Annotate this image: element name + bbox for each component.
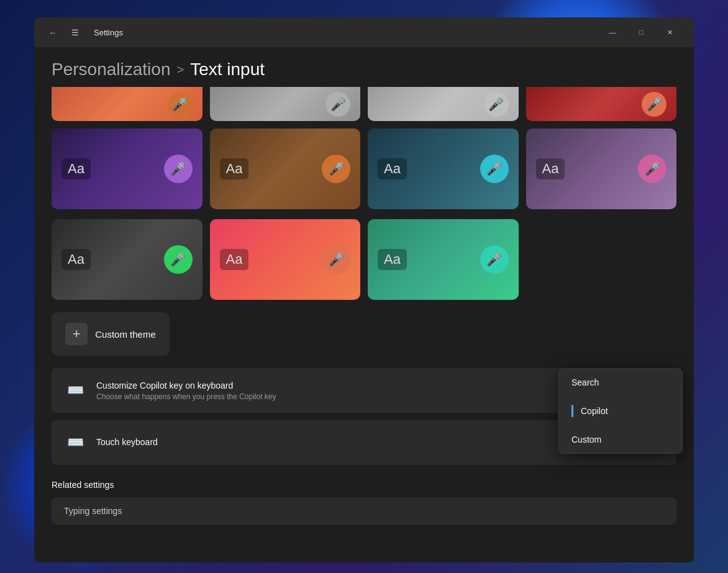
main-content: Personalization > Text input 🎤 🎤 <box>34 47 694 562</box>
copilot-key-section: ⌨️ Customize Copilot key on keyboard Cho… <box>52 368 676 413</box>
close-button[interactable]: ✕ <box>655 22 684 42</box>
theme-card-purple[interactable]: Aa 🎤 <box>52 129 202 209</box>
custom-option-label: Custom <box>571 435 601 444</box>
dropdown-item-search[interactable]: Search <box>559 369 682 396</box>
aa-label-purple: Aa <box>61 158 91 179</box>
breadcrumb-current: Text input <box>190 60 265 79</box>
copilot-dropdown-menu: Search Copilot Custom <box>558 368 683 454</box>
custom-theme-button[interactable]: + Custom theme <box>52 312 170 356</box>
title-bar: ← ☰ Settings — □ ✕ <box>34 17 694 47</box>
custom-theme-label: Custom theme <box>95 329 156 340</box>
mic-icon-tealgreen: 🎤 <box>480 245 509 274</box>
dropdown-item-custom[interactable]: Custom <box>559 426 682 453</box>
mic-icon-teal: 🎤 <box>480 155 509 183</box>
theme-grid-row2: Aa 🎤 Aa 🎤 Aa 🎤 <box>34 129 694 219</box>
theme-card-pinkorange[interactable]: Aa 🎤 <box>210 219 361 300</box>
mic-icon-coral: 🎤 <box>168 92 193 117</box>
mic-icon-gray2: 🎤 <box>484 92 509 117</box>
theme-card-charcoal[interactable]: Aa 🎤 <box>52 219 202 300</box>
minimize-button[interactable]: — <box>598 22 627 42</box>
aa-label-mauve: Aa <box>536 158 565 179</box>
theme-placeholder <box>526 219 677 300</box>
related-settings-title: Related settings <box>52 480 676 490</box>
breadcrumb: Personalization > Text input <box>34 47 694 87</box>
selected-indicator <box>571 405 573 417</box>
theme-row-1: 🎤 🎤 🎤 🎤 <box>34 87 694 121</box>
breadcrumb-parent[interactable]: Personalization <box>52 60 170 79</box>
theme-card-red[interactable]: 🎤 <box>526 87 677 121</box>
theme-card-coral[interactable]: 🎤 <box>52 87 202 121</box>
mic-icon-gray: 🎤 <box>325 92 350 117</box>
mic-icon-pinkorange: 🎤 <box>322 245 350 274</box>
aa-label-pinkorange: Aa <box>220 249 249 270</box>
back-button[interactable]: ← <box>44 24 61 41</box>
breadcrumb-separator: > <box>176 63 184 77</box>
keyboard-icon: ⌨️ <box>64 379 86 402</box>
dropdown-item-copilot[interactable]: Copilot <box>559 396 682 426</box>
related-settings-section: Related settings Typing settings <box>34 480 694 532</box>
theme-card-teal[interactable]: Aa 🎤 <box>368 129 519 209</box>
search-option-label: Search <box>571 377 599 387</box>
aa-label-charcoal: Aa <box>61 249 91 270</box>
mic-icon-red: 🎤 <box>642 92 667 117</box>
theme-card-tealgreen[interactable]: Aa 🎤 <box>368 219 519 300</box>
aa-label-teal: Aa <box>378 158 407 179</box>
nav-menu-button[interactable]: ☰ <box>66 24 84 41</box>
typing-settings-link[interactable]: Typing settings <box>52 497 676 525</box>
mic-icon-brown: 🎤 <box>322 155 350 183</box>
theme-card-gray2[interactable]: 🎤 <box>368 87 519 121</box>
plus-icon: + <box>65 323 88 345</box>
aa-label-tealgreen: Aa <box>378 249 407 270</box>
touch-keyboard-icon: ⌨️ <box>64 431 86 454</box>
plus-symbol: + <box>73 326 81 342</box>
copilot-option-label: Copilot <box>581 406 608 416</box>
theme-grid-row3: Aa 🎤 Aa 🎤 Aa 🎤 <box>34 219 694 310</box>
theme-card-mauve[interactable]: Aa 🎤 <box>526 129 677 209</box>
nav-controls: ← ☰ <box>44 24 84 41</box>
theme-card-gray[interactable]: 🎤 <box>210 87 361 121</box>
content-area: Personalization > Text input 🎤 🎤 <box>34 47 694 562</box>
maximize-button[interactable]: □ <box>627 22 655 42</box>
settings-window: ← ☰ Settings — □ ✕ Personalization > Tex… <box>34 17 694 562</box>
window-controls: — □ ✕ <box>598 22 684 42</box>
mic-icon-charcoal: 🎤 <box>164 245 193 274</box>
aa-label-brown: Aa <box>220 158 249 179</box>
mic-icon-purple: 🎤 <box>164 155 193 183</box>
window-title: Settings <box>94 28 123 37</box>
theme-card-brown[interactable]: Aa 🎤 <box>210 129 361 209</box>
mic-icon-mauve: 🎤 <box>638 155 667 183</box>
